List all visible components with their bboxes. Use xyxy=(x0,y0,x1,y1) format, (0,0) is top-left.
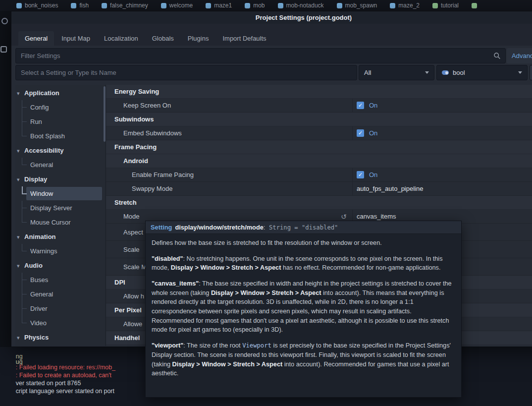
scene-tab-label: maze1 xyxy=(214,2,232,9)
tree-item[interactable]: ▾ Boot Splash xyxy=(15,129,106,143)
setting-row[interactable]: Embed Subwindows ✓ On xyxy=(106,126,532,140)
console-line-text: cript language server started on port xyxy=(16,388,116,395)
tree-item[interactable]: ▾ General xyxy=(15,287,106,301)
type-dropdown-value: bool xyxy=(453,69,514,76)
dialog-tab[interactable]: Import Defaults xyxy=(216,31,272,46)
tree-item[interactable]: ▾ Display xyxy=(15,172,106,186)
setting-label: Keep Screen On xyxy=(106,102,171,109)
setting-row[interactable]: Android xyxy=(106,154,532,168)
filter-settings-wrap xyxy=(15,48,506,63)
value-cell: auto_fps_auto_pipeline xyxy=(352,182,532,195)
advanced-toggle[interactable]: Advanced xyxy=(507,48,532,63)
scene-icon xyxy=(432,3,438,8)
dialog-tab-label: Plugins xyxy=(188,35,209,42)
dialog-tab-label: Input Map xyxy=(61,35,90,42)
value-text[interactable]: On xyxy=(369,171,377,178)
value-text[interactable]: canvas_items xyxy=(357,213,396,220)
tree-item-label: Physics xyxy=(15,334,49,341)
scene-tab-label: mob xyxy=(253,2,265,9)
setting-label: Subwindows xyxy=(106,116,154,123)
dialog-tab[interactable]: Globals xyxy=(146,31,180,46)
tree-item[interactable]: ▾ Warnings xyxy=(15,244,106,258)
tree-item-label: General xyxy=(15,290,53,298)
tree-item[interactable]: ▾ Display Server xyxy=(15,201,106,215)
scene-tab[interactable]: maze1 xyxy=(199,0,238,11)
tree-item[interactable]: ▾ Physics xyxy=(15,330,106,345)
setting-label: Scale M xyxy=(106,263,147,271)
scene-tab[interactable]: maze_2 xyxy=(383,0,426,11)
dialog-tab[interactable]: Plugins xyxy=(181,31,215,46)
setting-row[interactable]: Keep Screen On ✓ On xyxy=(106,99,532,113)
tree-scrollbar[interactable] xyxy=(104,86,106,142)
type-dropdown[interactable]: bool xyxy=(436,65,528,80)
dialog-tab[interactable]: General xyxy=(18,31,54,46)
scene-tab[interactable]: mob_spawn xyxy=(330,0,384,11)
add-setting-button[interactable]: + xyxy=(530,65,532,80)
tree-item[interactable]: ▾ Config xyxy=(15,100,106,115)
setting-label: Stretch xyxy=(106,199,137,206)
tree-item[interactable]: ▾ Run xyxy=(15,115,106,129)
tooltip-body: Defines how the base size is stretched t… xyxy=(146,234,461,389)
scene-tab-bar: bonk_noises fish false_chimney welcome m… xyxy=(0,0,532,11)
setting-name-input[interactable] xyxy=(15,65,357,80)
setting-row[interactable]: Enable Frame Pacing ✓ On xyxy=(106,168,532,182)
tooltip-text-segment: Display > Window > Stretch > Aspect xyxy=(171,264,281,271)
tree-item[interactable]: ▾ Accessibility xyxy=(15,143,106,158)
setting-row[interactable]: Frame Pacing xyxy=(106,140,532,154)
dialog-tab-label: General xyxy=(25,35,48,42)
setting-label: Energy Saving xyxy=(106,88,159,95)
tree-item[interactable]: ▾ Application xyxy=(15,86,106,100)
tooltip-paragraph: Defines how the base size is stretched t… xyxy=(152,238,455,248)
tree-item[interactable]: ▾ Mouse Cursor xyxy=(15,215,106,230)
setting-tooltip: Setting display/window/stretch/mode : St… xyxy=(145,221,462,398)
tooltip-text-segment: "disabled" xyxy=(152,255,183,262)
dialog-tab[interactable]: Input Map xyxy=(55,31,97,46)
scene-icon xyxy=(245,3,250,8)
tree-item[interactable]: ▾ General xyxy=(15,158,106,172)
tooltip-paragraph: "disabled": No stretching happens. One u… xyxy=(152,254,455,273)
scene-tab[interactable]: false_chimney xyxy=(95,0,155,11)
filter-settings-input[interactable] xyxy=(15,48,506,63)
tree-item[interactable]: ▾ Animation xyxy=(15,230,106,244)
checkbox[interactable]: ✓ xyxy=(357,129,364,137)
scene-tab[interactable]: mob xyxy=(238,0,271,11)
setting-row[interactable]: Energy Saving xyxy=(106,85,532,99)
setting-row[interactable]: Swappy Mode auto_fps_auto_pipeline xyxy=(106,182,532,196)
scope-dropdown[interactable]: All xyxy=(359,65,434,80)
tree-item[interactable]: ▾ Audio xyxy=(15,258,106,273)
scene-tab[interactable]: fish xyxy=(64,0,95,11)
screen: bonk_noises fish false_chimney welcome m… xyxy=(0,0,532,406)
tree-item[interactable]: ▾ Video xyxy=(15,316,106,330)
scene-tab-label: false_chimney xyxy=(110,2,148,9)
tree-item[interactable]: ▾ Driver xyxy=(15,301,106,316)
tree-item-label: Display xyxy=(15,175,47,183)
dialog-tab[interactable]: Localization xyxy=(98,31,145,46)
scene-tab[interactable] xyxy=(465,0,483,11)
setting-row[interactable]: Subwindows xyxy=(106,113,532,126)
value-text[interactable]: On xyxy=(369,129,377,137)
value-cell: ✓ On xyxy=(352,126,532,140)
scene-tab[interactable]: welcome xyxy=(155,0,199,11)
tree-item-label: Accessibility xyxy=(15,147,64,154)
tree-item-label: Buses xyxy=(15,276,48,284)
scene-tab[interactable]: bonk_noises xyxy=(10,0,64,11)
value-text[interactable]: auto_fps_auto_pipeline xyxy=(357,185,423,192)
checkbox[interactable]: ✓ xyxy=(357,102,364,109)
value-text[interactable]: On xyxy=(369,102,377,109)
scene-icon xyxy=(337,3,342,8)
revert-icon[interactable]: ↺ xyxy=(341,213,347,221)
tree-item-label: Config xyxy=(15,104,49,111)
tooltip-text-segment: Display > Window > Stretch > Aspect xyxy=(172,361,283,368)
tooltip-text-segment: Defines how the base size is stretched t… xyxy=(152,239,382,246)
scene-icon xyxy=(472,3,477,8)
tree-item[interactable]: ▾ Window xyxy=(15,186,106,201)
scene-tab-label: maze_2 xyxy=(398,2,420,9)
setting-label: Frame Pacing xyxy=(106,143,157,151)
tree-item[interactable]: ▾ Buses xyxy=(15,273,106,287)
scene-tab[interactable]: mob-notaduck xyxy=(271,0,330,11)
setting-row[interactable]: Stretch xyxy=(106,196,532,210)
scene-tab[interactable]: tutorial xyxy=(426,0,465,11)
checkbox[interactable]: ✓ xyxy=(357,171,364,178)
tree-item-label: Driver xyxy=(15,305,48,312)
value-cell: ✓ On xyxy=(352,168,532,181)
